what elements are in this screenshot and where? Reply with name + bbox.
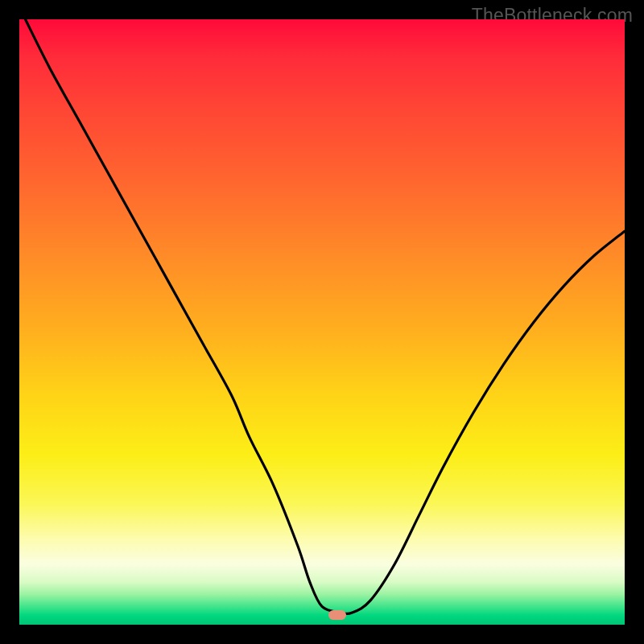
- bottleneck-curve: [19, 19, 625, 625]
- chart-frame: TheBottleneck.com: [0, 0, 644, 644]
- optimal-point-marker: [328, 610, 346, 620]
- plot-area: [19, 19, 625, 625]
